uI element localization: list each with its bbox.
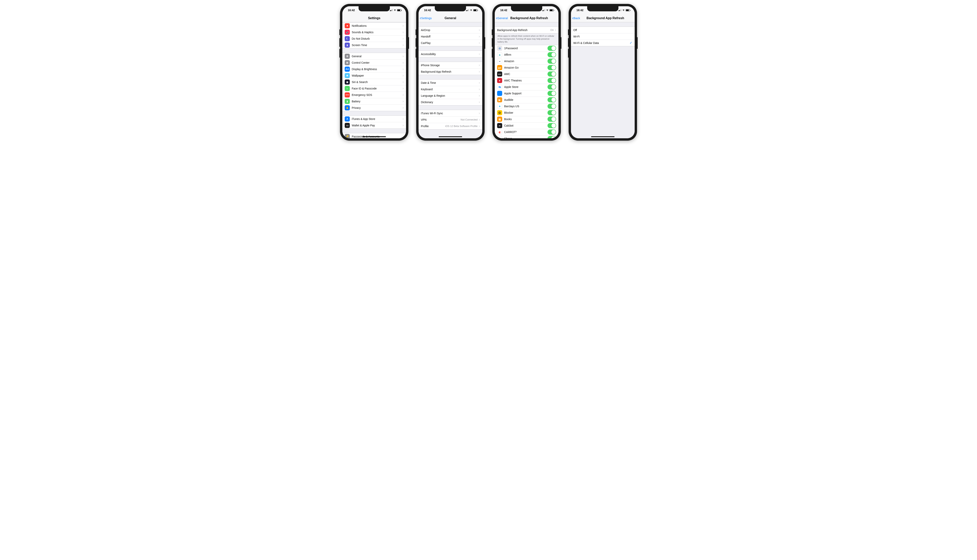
nav-bar: ‹ Back Background App Refresh [571,14,635,22]
app-toggle-row[interactable]: 🛍 Apple Store [495,84,559,90]
home-indicator[interactable] [438,136,462,137]
toggle-switch[interactable] [547,117,556,122]
app-icon: 🛍 [497,84,502,90]
app-icon: ● [497,78,502,83]
app-toggle-row[interactable]: go Amazon Go [495,65,559,71]
settings-row[interactable]: ■ Notifications › [342,22,406,29]
nav-bar: ‹ Settings General [418,14,482,22]
general-row[interactable]: Language & Region › [418,92,482,99]
general-row[interactable]: AirDrop › [418,27,482,33]
row-label: Date & Time [421,81,479,84]
app-toggle-row[interactable]: ◇ Chase [495,135,559,138]
settings-row[interactable]: SOS Emergency SOS › [342,92,406,98]
settings-row[interactable]: ✋ Privacy › [342,105,406,111]
row-label: Dictionary [421,101,479,104]
back-button[interactable]: ‹ Settings [418,16,432,20]
phone-frame-3: 16:42 ‹ General Background App Refresh B… [492,4,561,141]
app-toggle-row[interactable]: ⊙ 1Password [495,45,559,52]
chevron-right-icon: › [479,70,480,73]
settings-row[interactable]: ☺ Face ID & Passcode › [342,85,406,92]
app-toggle-row[interactable]: •• Calcbot [495,122,559,129]
settings-row[interactable]: ☾ Do Not Disturb › [342,35,406,42]
app-toggle-row[interactable]: amc AMC [495,71,559,77]
toggle-switch[interactable] [547,97,556,102]
toggle-switch[interactable] [547,46,556,51]
chevron-right-icon: › [402,30,404,34]
toggle-switch[interactable] [547,72,556,77]
general-list[interactable]: AirDrop › Handoff › CarPlay › Accessibil… [418,22,482,138]
settings-row[interactable]: 🔑 Passwords & Accounts › [342,133,406,138]
app-label: Barclays US [504,105,547,108]
toggle-switch[interactable] [547,58,556,64]
general-row[interactable]: Date & Time › [418,80,482,86]
app-label: Affirm [504,53,547,56]
app-toggle-row[interactable]: ⌣ Amazon [495,58,559,65]
settings-row[interactable]: AA Display & Brightness › [342,66,406,72]
refresh-mode-list[interactable]: Off Wi-Fi Wi-Fi & Cellular Data ✓ [571,22,635,138]
back-button[interactable]: ‹ General [495,16,508,20]
app-toggle-row[interactable]: ◐ CARROT⁵ [495,129,559,135]
general-row[interactable]: Accessibility › [418,51,482,57]
toggle-switch[interactable] [547,136,556,138]
row-icon: ❀ [345,73,350,78]
app-toggle-row[interactable]: ☹ Blocker [495,110,559,116]
settings-row[interactable]: ⊞ Control Center › [342,59,406,66]
bg-refresh-list[interactable]: Background App Refresh On › Allow apps t… [495,22,559,138]
settings-row[interactable]: ⚙ General › [342,53,406,59]
back-button[interactable]: ‹ Back [571,16,580,20]
chevron-right-icon: › [402,43,404,47]
toggle-switch[interactable] [547,110,556,115]
chevron-right-icon: › [402,23,404,28]
app-toggle-row[interactable]: a Affirm [495,52,559,58]
chevron-right-icon: › [479,81,480,85]
back-label: Settings [421,17,432,20]
general-row[interactable]: VPN Not Connected › [418,117,482,123]
general-row[interactable]: Background App Refresh › [418,68,482,75]
settings-row[interactable]: 🔊 Sounds & Haptics › [342,29,406,35]
notch [511,6,542,11]
refresh-option-row[interactable]: Wi-Fi [571,33,635,40]
settings-row[interactable]: ⧗ Screen Time › [342,42,406,48]
bg-refresh-master-row[interactable]: Background App Refresh On › [495,27,559,33]
general-row[interactable]: Keyboard › [418,86,482,92]
toggle-switch[interactable] [547,123,556,128]
toggle-switch[interactable] [547,130,556,135]
settings-row[interactable]: ▮ Battery › [342,98,406,105]
app-toggle-row[interactable]: ▶ Audible [495,97,559,103]
app-toggle-row[interactable]: ▤ Books [495,116,559,122]
toggle-switch[interactable] [547,78,556,83]
settings-row[interactable]: ❀ Wallpaper › [342,72,406,79]
status-time: 16:42 [500,8,507,12]
app-toggle-row[interactable]: Apple Support [495,90,559,97]
app-toggle-row[interactable]: ● AMC Theatres [495,77,559,84]
toggle-switch[interactable] [547,104,556,109]
row-detail: iOS 12 Beta Software Profile [445,125,478,128]
signal-icon [390,9,393,11]
refresh-option-row[interactable]: Wi-Fi & Cellular Data ✓ [571,40,635,46]
settings-row[interactable]: A iTunes & App Store › [342,116,406,122]
home-indicator[interactable] [362,136,386,137]
status-time: 16:42 [424,8,431,12]
chevron-right-icon: › [479,124,480,128]
option-label: Wi-Fi & Cellular Data [573,42,630,45]
settings-list[interactable]: ■ Notifications › 🔊 Sounds & Haptics › ☾… [342,22,406,138]
chevron-right-icon: › [479,111,480,115]
toggle-switch[interactable] [547,84,556,90]
general-row[interactable]: iTunes Wi-Fi Sync › [418,110,482,117]
general-row[interactable]: Profile iOS 12 Beta Software Profile › [418,123,482,129]
general-row[interactable]: CarPlay › [418,40,482,46]
general-row[interactable]: Dictionary › [418,99,482,105]
home-indicator[interactable] [591,136,615,137]
general-row[interactable]: Handoff › [418,33,482,40]
row-label: CarPlay [421,42,479,45]
toggle-switch[interactable] [547,52,556,57]
row-detail: Not Connected [460,118,478,121]
toggle-switch[interactable] [547,91,556,96]
nav-bar: ‹ General Background App Refresh [495,14,559,22]
settings-row[interactable]: ◉ Siri & Search › [342,79,406,85]
app-toggle-row[interactable]: ✦ Barclays US [495,103,559,110]
refresh-option-row[interactable]: Off [571,27,635,33]
general-row[interactable]: iPhone Storage › [418,62,482,68]
settings-row[interactable]: ▭ Wallet & Apple Pay › [342,122,406,128]
toggle-switch[interactable] [547,65,556,70]
